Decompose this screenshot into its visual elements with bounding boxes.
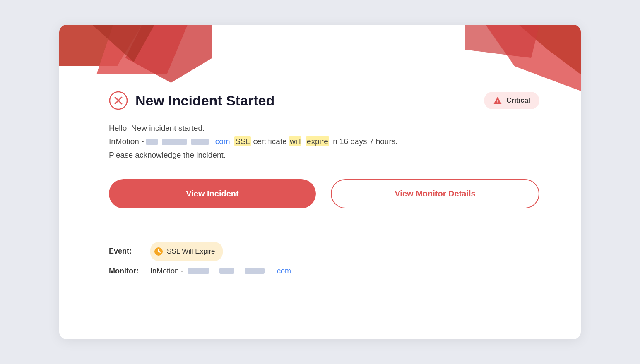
monitor-label: Monitor: [109, 263, 146, 279]
redacted-1 [146, 139, 158, 145]
domain-link[interactable]: .com [213, 137, 230, 146]
warning-icon: ! [493, 96, 502, 105]
title-group: New Incident Started [109, 91, 274, 110]
svg-marker-3 [92, 25, 154, 62]
svg-marker-6 [465, 25, 539, 58]
svg-text:!: ! [497, 99, 499, 104]
event-badge: SSL Will Expire [150, 242, 223, 261]
incident-title: New Incident Started [135, 93, 274, 109]
redacted-3 [191, 139, 209, 145]
message-suffix: in 16 days 7 hours. [331, 137, 398, 146]
incident-x-icon [109, 91, 128, 110]
view-monitor-button[interactable]: View Monitor Details [331, 179, 539, 208]
message-line3: Please acknowledge the incident. [109, 148, 539, 162]
ssl-highlight: SSL [234, 136, 251, 146]
clock-icon [154, 247, 164, 256]
critical-badge: ! Critical [484, 92, 539, 109]
critical-label: Critical [506, 96, 530, 105]
message-mid: certificate [253, 137, 289, 146]
card-content: New Incident Started ! Critical Hello. N… [59, 66, 581, 306]
svg-marker-0 [59, 25, 142, 66]
monitor-prefix: InMotion - [150, 263, 183, 279]
header-row: New Incident Started ! Critical [109, 91, 539, 110]
monitor-redacted-3 [245, 268, 265, 274]
monitor-redacted-2 [219, 268, 234, 274]
monitor-redacted-1 [188, 268, 209, 274]
message-prefix: InMotion - [109, 137, 146, 146]
section-divider [109, 227, 539, 227]
expire-highlight: expire [306, 136, 329, 146]
monitor-row: Monitor: InMotion - .com [109, 263, 539, 279]
monitor-domain-link[interactable]: .com [275, 263, 291, 279]
details-section: Event: SSL Will Expire Monitor: InMotion… [109, 242, 539, 279]
view-incident-button[interactable]: View Incident [109, 179, 316, 208]
event-label: Event: [109, 244, 146, 259]
message-body: Hello. New incident started. InMotion - … [109, 122, 539, 162]
buttons-row: View Incident View Monitor Details [109, 179, 539, 208]
message-line1: Hello. New incident started. [109, 122, 539, 135]
event-row: Event: SSL Will Expire [109, 242, 539, 261]
notification-card: New Incident Started ! Critical Hello. N… [59, 25, 581, 339]
will-highlight: will [289, 136, 301, 146]
redacted-2 [162, 139, 187, 145]
event-value: SSL Will Expire [167, 244, 215, 259]
message-line2: InMotion - .com SSL certificate will exp… [109, 135, 539, 148]
